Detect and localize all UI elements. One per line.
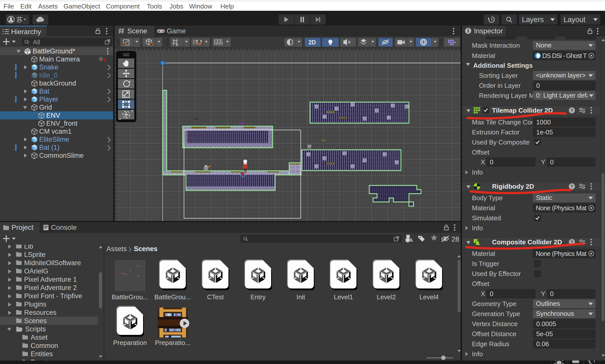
svg-text:?: ? — [570, 240, 573, 245]
svg-text:2D: 2D — [309, 39, 316, 46]
svg-text:Y: Y — [176, 43, 178, 47]
svg-text:?: ? — [570, 108, 573, 113]
svg-text:?: ? — [570, 184, 573, 189]
svg-text:苏: 苏 — [16, 16, 23, 23]
